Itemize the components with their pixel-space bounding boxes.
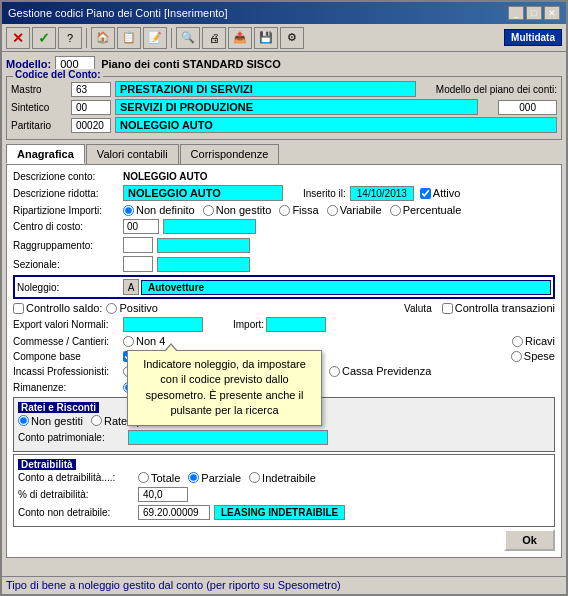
raggruppamento-label: Raggruppamento: <box>13 240 123 251</box>
ripartizione-non-definito: Non definito <box>123 204 195 216</box>
descrizione-row: Descrizione conto: NOLEGGIO AUTO <box>13 171 555 182</box>
controlla-transazioni-checkbox[interactable] <box>442 303 453 314</box>
toolbar-help-button[interactable]: ? <box>58 27 82 49</box>
mastro-num: 63 <box>71 82 111 97</box>
main-window: Gestione codici Piano dei Conti [Inserim… <box>0 0 568 596</box>
tab-content-anagrafica: Descrizione conto: NOLEGGIO AUTO Descriz… <box>6 164 562 558</box>
partitario-num: 00020 <box>71 118 111 133</box>
noleggio-label: Noleggio: <box>17 282 123 293</box>
export-label: Export valori Normali: <box>13 319 123 330</box>
conto-patrimoniale-cyan <box>128 430 328 445</box>
conto-non-detr-row: Conto non detraibile: 69.20.00009 LEASIN… <box>18 505 550 520</box>
status-bar: Tipo di bene a noleggio gestito dal cont… <box>2 576 566 594</box>
descrizione-ridotta-label: Descrizione ridotta: <box>13 188 123 199</box>
ratei-title: Ratei e Risconti <box>18 402 99 413</box>
minimize-button[interactable]: _ <box>508 6 524 20</box>
sezionale-row: Sezionale: <box>13 256 555 272</box>
import-label: Import: <box>233 319 264 330</box>
toolbar-edit-button[interactable]: 📝 <box>143 27 167 49</box>
positivo-radio: Positivo <box>106 302 158 314</box>
conto-non-detr-desc: LEASING INDETRAIBILE <box>214 505 345 520</box>
sezionale-label: Sezionale: <box>13 259 123 270</box>
ripartizione-row: Ripartizione Importi: Non definito Non g… <box>13 204 555 216</box>
descrizione-ridotta-value: NOLEGGIO AUTO <box>123 185 283 201</box>
centro-costo-value: 00 <box>123 219 159 234</box>
toolbar-export-button[interactable]: 📤 <box>228 27 252 49</box>
detr-group: Totale Parziale Indetraibile <box>138 472 316 484</box>
toolbar-settings-button[interactable]: ⚙ <box>280 27 304 49</box>
export-cyan <box>123 317 203 332</box>
centro-costo-cyan <box>163 219 256 234</box>
status-text: Tipo di bene a noleggio gestito dal cont… <box>6 579 341 591</box>
positivo-item: Positivo <box>106 302 158 314</box>
tab-corrispondenze[interactable]: Corrispondenze <box>180 144 280 164</box>
mastro-desc: PRESTAZIONI DI SERVIZI <box>115 81 416 97</box>
tab-anagrafica[interactable]: Anagrafica <box>6 144 85 164</box>
sezionale-input[interactable] <box>123 256 153 272</box>
toolbar-save-button[interactable]: 💾 <box>254 27 278 49</box>
conto-patrimoniale-label: Conto patrimoniale: <box>18 432 128 443</box>
attivo-checkbox[interactable] <box>420 188 431 199</box>
ripartizione-label: Ripartizione Importi: <box>13 205 123 216</box>
toolbar-clipboard-button[interactable]: 📋 <box>117 27 141 49</box>
content-area: Modello: 000 Piano dei conti STANDARD SI… <box>2 52 566 576</box>
perc-row: % di detraibilità: 40,0 <box>18 487 550 502</box>
controlla-transazioni-label: Controlla transazioni <box>455 302 555 314</box>
sintetico-num: 00 <box>71 100 111 115</box>
conto-non-detr-value: 69.20.00009 <box>138 505 210 520</box>
ripartizione-variabile: Variabile <box>327 204 382 216</box>
modello-piano-value: 000 <box>498 100 557 115</box>
toolbar-print-button[interactable]: 🖨 <box>202 27 226 49</box>
toolbar-home-button[interactable]: 🏠 <box>91 27 115 49</box>
descrizione-ridotta-row: Descrizione ridotta: NOLEGGIO AUTO Inser… <box>13 185 555 201</box>
ratei-non-gestiti: Non gestiti <box>18 415 83 427</box>
noleggio-row: Noleggio: A Autovetture <box>13 275 555 299</box>
compone-base-label: Compone base <box>13 351 123 362</box>
rimanenze-label: Rimanenze: <box>13 382 123 393</box>
raggruppamento-row: Raggruppamento: <box>13 237 555 253</box>
controllo-saldo-check: Controllo saldo: <box>13 302 102 314</box>
inserito-date: 14/10/2013 <box>350 186 414 201</box>
incassi-label: Incassi Professionisti: <box>13 366 123 377</box>
spese-item: Spese <box>511 350 555 362</box>
centro-costo-row: Centro di costo: 00 <box>13 219 555 234</box>
attivo-text: Attivo <box>433 187 461 199</box>
import-cyan <box>266 317 326 332</box>
inserito-label: Inserito il: <box>303 188 346 199</box>
non4-label: Non 4 <box>136 335 165 347</box>
codice-header: Codice del Conto: <box>13 69 103 80</box>
tooltip-box: Indicatore noleggio, da impostare con il… <box>127 350 322 426</box>
tooltip-text: Indicatore noleggio, da impostare con il… <box>143 358 306 416</box>
controllo-saldo-label: Controllo saldo: <box>26 302 102 314</box>
ok-button[interactable]: Ok <box>504 529 555 551</box>
toolbar-search-button[interactable]: 🔍 <box>176 27 200 49</box>
perc-label: % di detraibilità: <box>18 489 138 500</box>
spese-label: Spese <box>511 350 555 362</box>
perc-value: 40,0 <box>138 487 188 502</box>
indetraibile-item: Indetraibile <box>249 472 316 484</box>
controllo-saldo-checkbox[interactable] <box>13 303 24 314</box>
ripartizione-fissa: Fissa <box>279 204 318 216</box>
noleggio-a-button[interactable]: A <box>123 279 139 295</box>
raggruppamento-input[interactable] <box>123 237 153 253</box>
partitario-desc: NOLEGGIO AUTO <box>115 117 557 133</box>
toolbar: ✕ ✓ ? 🏠 📋 📝 🔍 🖨 📤 💾 ⚙ Multidata <box>2 24 566 52</box>
toolbar-close-button[interactable]: ✕ <box>6 27 30 49</box>
ricavi-item: Ricavi <box>512 335 555 347</box>
attivo-label: Attivo <box>420 187 461 199</box>
attivo-checkbox-wrap: Attivo <box>420 187 461 199</box>
tab-valori-contabili[interactable]: Valori contabili <box>86 144 179 164</box>
parziale-item: Parziale <box>188 472 241 484</box>
ripartizione-group: Non definito Non gestito Fissa Variabile… <box>123 204 461 216</box>
export-row: Export valori Normali: Import: <box>13 317 555 332</box>
close-button[interactable]: ✕ <box>544 6 560 20</box>
commesse-row: Commesse / Cantieri: Non 4 Ricavi <box>13 335 555 347</box>
title-bar: Gestione codici Piano dei Conti [Inserim… <box>2 2 566 24</box>
toolbar-confirm-button[interactable]: ✓ <box>32 27 56 49</box>
conto-patrimoniale-row: Conto patrimoniale: <box>18 430 550 445</box>
mastro-row: Mastro 63 PRESTAZIONI DI SERVIZI Modello… <box>11 81 557 97</box>
maximize-button[interactable]: □ <box>526 6 542 20</box>
tooltip-arrow-inner <box>165 345 177 352</box>
toolbar-separator-2 <box>171 28 172 48</box>
ricavi-label: Ricavi <box>512 335 555 347</box>
